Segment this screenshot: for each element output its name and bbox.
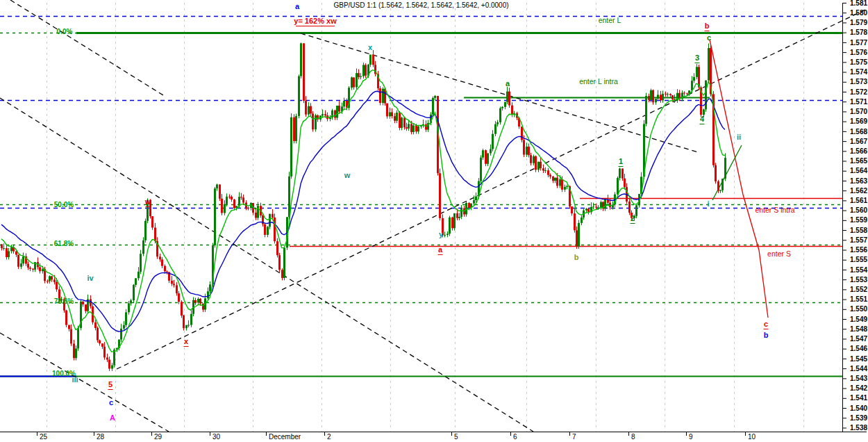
svg-text:29: 29 (154, 433, 162, 441)
svg-text:1.546: 1.546 (850, 345, 867, 352)
svg-text:61.8%: 61.8% (54, 240, 74, 247)
svg-text:1.581: 1.581 (850, 0, 867, 7)
svg-text:1.579: 1.579 (850, 19, 867, 26)
svg-text:1.541: 1.541 (850, 394, 867, 402)
svg-text:1.539: 1.539 (850, 414, 867, 422)
svg-text:c: c (109, 398, 113, 407)
svg-text:50.0%: 50.0% (54, 201, 74, 208)
svg-text:b: b (705, 22, 710, 30)
svg-text:1.540: 1.540 (850, 404, 867, 412)
svg-text:1.578: 1.578 (850, 28, 867, 36)
svg-text:1.558: 1.558 (850, 227, 867, 234)
ema-slow-line (1, 91, 725, 332)
svg-text:1.554: 1.554 (850, 266, 867, 274)
svg-text:3: 3 (695, 54, 699, 62)
axes-layer: 1.5811.5801.5791.5781.5771.5761.5751.574… (0, 0, 867, 441)
svg-text:1: 1 (619, 157, 623, 165)
channel-mid-desc (0, 98, 533, 432)
svg-text:1.562: 1.562 (850, 187, 867, 195)
svg-text:y= 162% xw: y= 162% xw (294, 17, 337, 25)
svg-text:a: a (295, 2, 300, 10)
trend-lines-layer (0, 0, 867, 432)
svg-text:enter L intra: enter L intra (579, 77, 618, 85)
svg-text:1.560: 1.560 (850, 206, 867, 214)
svg-text:5: 5 (454, 433, 458, 441)
svg-text:78.6%: 78.6% (54, 297, 74, 305)
svg-text:30: 30 (212, 433, 221, 441)
svg-text:1.576: 1.576 (850, 49, 867, 56)
svg-text:1.547: 1.547 (850, 335, 867, 343)
svg-text:y: y (439, 230, 444, 238)
svg-text:1.571: 1.571 (850, 98, 867, 106)
svg-text:c: c (707, 33, 711, 42)
red-projection-line (710, 40, 768, 318)
svg-text:2: 2 (631, 214, 635, 222)
svg-text:i: i (707, 199, 709, 208)
trade-labels-layer: enter Lenter L intraenter S intraenter S (579, 16, 795, 258)
price-chart: 1.5811.5801.5791.5781.5771.5761.5751.574… (0, 0, 868, 442)
ema-fast-line (1, 70, 725, 352)
svg-text:0.0%: 0.0% (57, 28, 73, 35)
svg-text:6: 6 (513, 433, 517, 441)
svg-text:1.538: 1.538 (850, 424, 867, 432)
svg-text:4: 4 (700, 115, 705, 123)
fib-labels-layer: 0.0%50.0%61.8%78.6%100.0% (52, 28, 76, 377)
svg-text:1.569: 1.569 (850, 117, 867, 125)
svg-text:1.555: 1.555 (850, 256, 867, 263)
svg-text:9: 9 (689, 433, 693, 441)
svg-text:a: a (438, 245, 443, 254)
trendline-from-high (301, 33, 698, 152)
svg-text:enter S intra: enter S intra (755, 206, 794, 214)
svg-text:10: 10 (748, 433, 756, 441)
svg-text:1.544: 1.544 (850, 365, 867, 373)
svg-text:a: a (506, 79, 510, 88)
svg-text:1.543: 1.543 (850, 375, 867, 382)
channel-lower-desc (0, 333, 169, 432)
trendline-ascending (117, 9, 867, 369)
svg-text:b: b (764, 331, 769, 339)
svg-text:enter L: enter L (599, 16, 621, 24)
svg-text:28: 28 (97, 433, 105, 441)
svg-text:1.552: 1.552 (850, 286, 867, 293)
svg-text:b: b (574, 253, 579, 261)
svg-text:w: w (344, 171, 351, 179)
grid-layer (47, 3, 804, 432)
svg-text:1.542: 1.542 (850, 384, 867, 392)
svg-text:1.553: 1.553 (850, 276, 867, 284)
green-wave-line (712, 145, 742, 200)
svg-text:2: 2 (327, 433, 331, 441)
svg-text:1.572: 1.572 (850, 88, 867, 96)
svg-text:1.577: 1.577 (850, 39, 867, 47)
svg-text:1.570: 1.570 (850, 108, 867, 115)
svg-text:1.564: 1.564 (850, 167, 867, 174)
svg-text:iii: iii (72, 375, 78, 384)
channel-upper-left (10, 0, 163, 95)
chart-window: GBP/USD 1:1 (1.5642, 1.5642, 1.5642, 1.5… (0, 0, 868, 442)
svg-text:x: x (184, 337, 189, 345)
svg-text:1.556: 1.556 (850, 246, 867, 254)
svg-text:ii: ii (737, 133, 741, 141)
svg-text:enter S: enter S (767, 249, 791, 258)
svg-text:1.548: 1.548 (850, 325, 867, 333)
svg-text:1.557: 1.557 (850, 236, 867, 244)
svg-text:x: x (368, 43, 373, 51)
svg-text:1.559: 1.559 (850, 216, 867, 224)
svg-text:A: A (110, 414, 115, 422)
svg-text:1.563: 1.563 (850, 177, 867, 185)
svg-text:December: December (269, 433, 301, 441)
svg-text:8: 8 (631, 433, 635, 441)
svg-text:1.568: 1.568 (850, 128, 867, 136)
svg-text:1.574: 1.574 (850, 68, 867, 76)
svg-text:w: w (144, 197, 151, 206)
candlestick-layer (1, 42, 726, 371)
svg-text:1.566: 1.566 (850, 147, 867, 155)
svg-text:1.567: 1.567 (850, 138, 867, 145)
svg-text:25: 25 (40, 433, 48, 441)
wave-labels-layer: ay= 162% xwxwwxiviii5cAyaab1234bciiicb (72, 2, 768, 422)
svg-text:1.551: 1.551 (850, 295, 867, 303)
svg-text:1.573: 1.573 (850, 78, 867, 85)
moving-average-layer (1, 70, 725, 352)
svg-text:7: 7 (572, 433, 576, 441)
svg-text:1.575: 1.575 (850, 58, 867, 66)
svg-text:1.550: 1.550 (850, 305, 867, 313)
